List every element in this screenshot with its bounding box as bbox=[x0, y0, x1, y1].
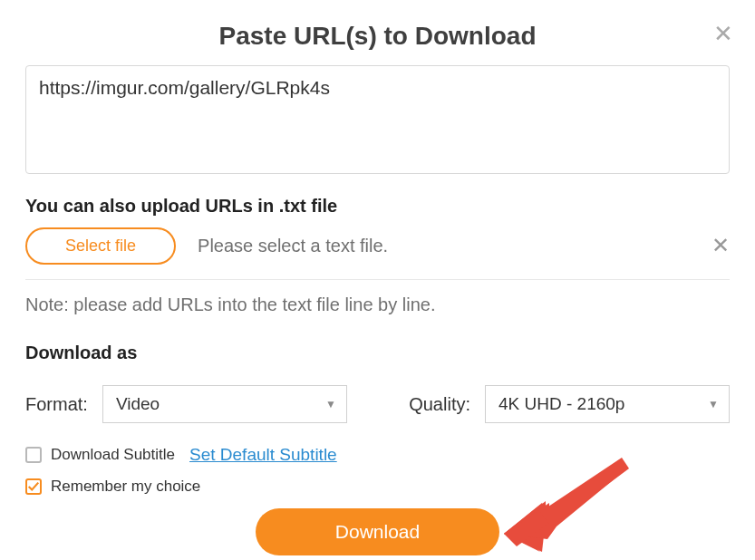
upload-heading: You can also upload URLs in .txt file bbox=[25, 196, 730, 217]
download-as-heading: Download as bbox=[25, 343, 730, 363]
select-file-button[interactable]: Select file bbox=[25, 227, 176, 265]
quality-label: Quality: bbox=[409, 394, 470, 415]
pointer-arrow-icon bbox=[504, 452, 631, 552]
select-file-hint: Please select a text file. bbox=[198, 236, 388, 256]
upload-note: Note: please add URLs into the text file… bbox=[25, 294, 730, 315]
svg-marker-1 bbox=[504, 501, 546, 552]
format-value: Video bbox=[103, 394, 315, 414]
svg-marker-0 bbox=[504, 505, 540, 552]
set-default-subtitle-link[interactable]: Set Default Subtitle bbox=[189, 445, 337, 465]
format-select[interactable]: Video ▼ bbox=[102, 385, 347, 423]
format-label: Format: bbox=[25, 394, 88, 415]
remember-choice-checkbox[interactable] bbox=[25, 478, 42, 495]
download-button[interactable]: Download bbox=[256, 508, 499, 555]
chevron-down-icon: ▼ bbox=[315, 398, 346, 410]
svg-marker-2 bbox=[504, 503, 549, 546]
clear-file-icon[interactable]: ✕ bbox=[711, 233, 730, 258]
dialog-title: Paste URL(s) to Download bbox=[25, 22, 730, 51]
quality-value: 4K UHD - 2160p bbox=[486, 394, 698, 414]
remember-choice-label: Remember my choice bbox=[51, 478, 200, 496]
quality-select[interactable]: 4K UHD - 2160p ▼ bbox=[485, 385, 730, 423]
download-subtitle-checkbox[interactable] bbox=[25, 447, 42, 463]
url-input[interactable] bbox=[25, 65, 730, 174]
download-subtitle-label: Download Subtitle bbox=[51, 446, 175, 464]
close-icon[interactable]: ✕ bbox=[713, 22, 733, 45]
chevron-down-icon: ▼ bbox=[698, 398, 729, 410]
